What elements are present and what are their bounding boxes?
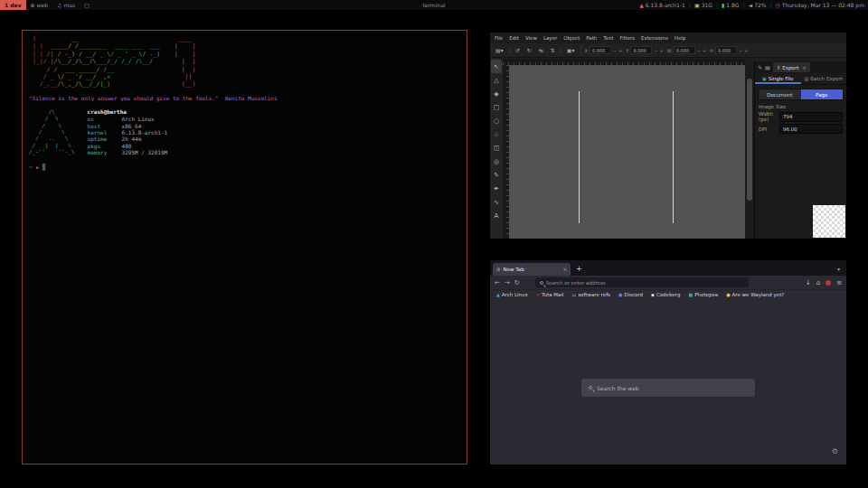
bookmark-arch-linux[interactable]: ▲Arch Linux bbox=[496, 292, 528, 297]
rotate-cw-icon[interactable]: ↻ bbox=[525, 47, 533, 53]
extension-icon[interactable] bbox=[826, 280, 831, 286]
pencil-dialog-icon[interactable]: ✎ bbox=[758, 64, 762, 70]
arch-icon: ▲ bbox=[639, 2, 644, 8]
codeberg-icon: ◆ bbox=[651, 292, 655, 297]
field-h: H0.000−+ bbox=[710, 46, 748, 54]
calligraphy-tool[interactable]: ∿ bbox=[491, 195, 502, 209]
width-input[interactable]: 794 bbox=[779, 112, 843, 122]
url-bar[interactable]: Search or enter address bbox=[535, 277, 749, 287]
workspace-mus[interactable]: ♫mus bbox=[52, 0, 80, 10]
forward-icon[interactable]: → bbox=[505, 279, 510, 286]
field-input[interactable]: 0.000 bbox=[715, 46, 737, 54]
separator: | bbox=[716, 2, 718, 8]
menu-item-object[interactable]: Object bbox=[563, 35, 580, 41]
document-button[interactable]: Document bbox=[759, 89, 801, 99]
back-icon[interactable]: ← bbox=[495, 279, 500, 286]
separator: | bbox=[742, 2, 744, 8]
increment-icon[interactable]: + bbox=[703, 48, 706, 53]
field-input[interactable]: 0.000 bbox=[590, 46, 611, 54]
ellipse-tool[interactable]: ○ bbox=[491, 114, 502, 127]
menu-item-text[interactable]: Text bbox=[603, 35, 613, 41]
list-all-tabs-chevron-icon[interactable]: ▾ bbox=[837, 266, 844, 272]
terminal-window[interactable]: ) __ ____ | | _____/ /________ ____ ___ … bbox=[22, 30, 467, 465]
tab-single-file[interactable]: ▣Single File bbox=[755, 73, 801, 84]
field-input[interactable]: 0.000 bbox=[630, 46, 652, 54]
workspace-1-dev[interactable]: 1 dev bbox=[0, 0, 26, 10]
export-dialog-tab[interactable]: ⇧ Export × bbox=[773, 62, 810, 72]
selector-tool[interactable]: ↖ bbox=[491, 60, 502, 73]
drawn-vertical-line-2[interactable] bbox=[673, 91, 674, 223]
field-input[interactable]: 0.000 bbox=[674, 46, 695, 54]
reload-icon[interactable]: ↻ bbox=[514, 279, 520, 286]
spiral-tool[interactable]: ◎ bbox=[491, 155, 502, 168]
rotate-ccw-icon[interactable]: ↺ bbox=[514, 47, 522, 53]
flip-horizontal-icon[interactable]: ⇆ bbox=[537, 47, 545, 53]
fetch-label: pkgs bbox=[88, 143, 122, 149]
browser-window[interactable]: ⊕ New Tab × + ▾ ← → ↻ Search or enter ad… bbox=[490, 260, 846, 465]
web-search-box[interactable]: Search the web bbox=[581, 379, 755, 397]
decrement-icon[interactable]: − bbox=[654, 48, 657, 53]
workspace-list: 1 dev⊕web♫mus□ bbox=[0, 0, 94, 10]
bookmark-photopea[interactable]: ■Photopea bbox=[689, 292, 719, 297]
menu-item-extensions[interactable]: Extensions bbox=[641, 35, 668, 41]
new-tab-button[interactable]: + bbox=[571, 265, 588, 273]
bookmark-discord[interactable]: ●Discord bbox=[618, 292, 643, 297]
star-tool[interactable]: ☆ bbox=[491, 127, 502, 141]
increment-icon[interactable]: + bbox=[744, 48, 748, 53]
menu-item-file[interactable]: File bbox=[495, 35, 503, 41]
prompt-path: ~ bbox=[29, 164, 33, 171]
pen-tool[interactable]: ✒ bbox=[491, 182, 502, 195]
personalize-gear-icon[interactable]: ⚙ bbox=[832, 447, 838, 455]
export-mode-tabs: ▣Single File▤Batch Export bbox=[755, 73, 846, 85]
shape-builder-tool[interactable]: ◈ bbox=[491, 87, 502, 100]
inkscape-window[interactable]: FileEditViewLayerObjectPathTextFiltersEx… bbox=[490, 33, 846, 239]
menu-icon[interactable]: ≡ bbox=[836, 279, 842, 286]
increment-icon[interactable]: + bbox=[618, 48, 622, 53]
home-icon[interactable]: ⌂ bbox=[816, 279, 820, 286]
menu-item-filters[interactable]: Filters bbox=[619, 35, 635, 41]
bookmark-codeberg[interactable]: ◆Codeberg bbox=[651, 292, 680, 297]
menu-item-edit[interactable]: Edit bbox=[509, 35, 519, 41]
node-tool[interactable]: △ bbox=[491, 73, 502, 87]
page-button[interactable]: Page bbox=[801, 89, 844, 99]
globe-icon: ⊕ bbox=[496, 267, 501, 272]
shell-prompt[interactable]: ~ ▶ ▊ bbox=[29, 164, 460, 171]
box3d-tool[interactable]: ◫ bbox=[491, 141, 502, 155]
tab-close-icon[interactable]: × bbox=[562, 267, 567, 272]
decrement-icon[interactable]: − bbox=[613, 48, 617, 53]
discord-icon: ● bbox=[618, 292, 622, 297]
pencil-tool[interactable]: ✎ bbox=[491, 168, 502, 182]
menu-item-view[interactable]: View bbox=[525, 35, 537, 41]
fetch-row: memory3295M / 32019M bbox=[88, 149, 168, 155]
layers-dialog-icon[interactable]: ▤ bbox=[765, 64, 770, 70]
bookmark-are-we-wayland-yet-[interactable]: ●Are we Wayland yet? bbox=[726, 292, 784, 297]
status-module-clock: ◷Thursday, Mar 13 — 02:48 pm bbox=[776, 2, 865, 8]
dpi-input[interactable]: 96.00 bbox=[779, 124, 843, 134]
bookmark-tuta-mail[interactable]: ✉Tuta Mail bbox=[536, 292, 564, 297]
flip-vertical-icon[interactable]: ⇅ bbox=[549, 47, 557, 53]
close-icon[interactable]: × bbox=[802, 65, 807, 70]
drawn-vertical-line-1[interactable] bbox=[579, 91, 580, 223]
menu-item-help[interactable]: Help bbox=[675, 35, 686, 41]
workspace-web[interactable]: ⊕web bbox=[26, 0, 52, 10]
snap-dropdown[interactable]: ▣▾ bbox=[565, 47, 577, 53]
downloads-icon[interactable]: ↓ bbox=[806, 279, 811, 286]
browser-tab-new-tab[interactable]: ⊕ New Tab × bbox=[493, 263, 571, 276]
separator: | bbox=[689, 2, 691, 8]
scrollbar-thumb[interactable] bbox=[747, 79, 752, 200]
select-mode-dropdown[interactable]: ▤▾ bbox=[494, 47, 505, 53]
menu-item-layer[interactable]: Layer bbox=[543, 35, 557, 41]
text-tool[interactable]: A bbox=[491, 209, 502, 222]
decrement-icon[interactable]: − bbox=[697, 48, 701, 53]
decrement-icon[interactable]: − bbox=[739, 48, 742, 53]
rectangle-tool[interactable]: □ bbox=[491, 100, 502, 114]
canvas-vertical-scrollbar[interactable] bbox=[745, 65, 754, 239]
fetch-value: 480 bbox=[122, 143, 132, 149]
increment-icon[interactable]: + bbox=[660, 48, 664, 53]
inkscape-canvas[interactable] bbox=[509, 65, 745, 239]
tab-batch-export[interactable]: ▤Batch Export bbox=[801, 73, 847, 84]
workspace-empty[interactable]: □ bbox=[80, 0, 94, 10]
arch-ascii-logo: /\ / \ / \ / \ / .. \ / | | \ /_-'' ''-_… bbox=[29, 108, 75, 156]
menu-item-path[interactable]: Path bbox=[586, 35, 597, 41]
bookmark-software-refs[interactable]: ▭software refs bbox=[572, 292, 610, 297]
